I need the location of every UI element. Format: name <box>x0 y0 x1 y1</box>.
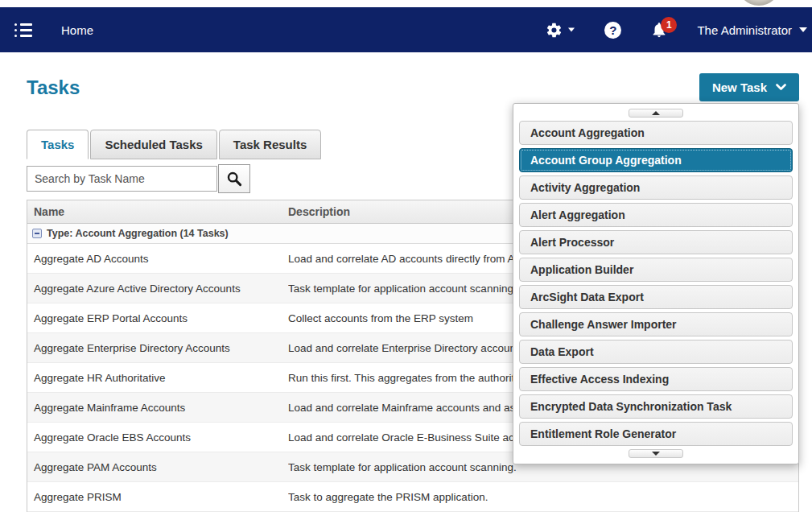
dropdown-item[interactable]: Entitlement Role Generator <box>519 422 793 446</box>
scroll-down-button[interactable] <box>629 449 683 458</box>
new-task-label: New Task <box>712 80 767 94</box>
dropdown-item[interactable]: Activity Aggregation <box>519 175 793 200</box>
search-button[interactable] <box>218 164 250 193</box>
nav-home-link[interactable]: Home <box>61 23 93 37</box>
group-header-label: Type: Account Aggregation (14 Tasks) <box>47 228 229 239</box>
settings-menu-button[interactable] <box>546 22 575 39</box>
user-menu-button[interactable]: The Administrator <box>697 23 807 37</box>
tab-label: Task Results <box>233 138 307 151</box>
tab[interactable]: Scheduled Tasks <box>90 130 216 159</box>
task-name-cell: Aggregate ERP Portal Accounts <box>27 312 288 324</box>
task-name-cell: Aggregate Oracle EBS Accounts <box>27 431 288 444</box>
dropdown-item[interactable]: Alert Aggregation <box>519 203 793 227</box>
page-title: Tasks <box>27 76 80 99</box>
dropdown-item[interactable]: Alert Processor <box>519 230 793 254</box>
search-input[interactable] <box>27 166 217 192</box>
tab[interactable]: Task Results <box>219 130 321 159</box>
gear-icon <box>546 22 563 39</box>
dropdown-item-label: Activity Aggregation <box>530 181 640 194</box>
dropdown-item-label: ArcSight Data Export <box>530 291 644 303</box>
dropdown-item-label: Application Builder <box>530 263 633 276</box>
dropdown-item[interactable]: Data Export <box>519 340 793 364</box>
dropdown-item[interactable]: Application Builder <box>519 258 793 282</box>
dropdown-item[interactable]: Effective Access Indexing <box>519 367 793 391</box>
chevron-down-icon <box>776 84 786 91</box>
dropdown-item-list: Account AggregationAccount Group Aggrega… <box>519 121 793 446</box>
task-name-cell: Aggregate Mainframe Accounts <box>27 402 288 414</box>
task-name-cell: Aggregate PAM Accounts <box>27 461 288 473</box>
dropdown-item[interactable]: ArcSight Data Export <box>519 285 793 309</box>
tab-label: Tasks <box>41 138 74 151</box>
dropdown-item-label: Alert Processor <box>530 236 614 249</box>
notification-badge: 1 <box>661 17 677 33</box>
triangle-down-icon <box>652 452 660 456</box>
scroll-up-button[interactable] <box>629 109 683 118</box>
search-icon <box>226 171 242 187</box>
dropdown-item[interactable]: Challenge Answer Importer <box>519 312 793 336</box>
new-task-dropdown: Account AggregationAccount Group Aggrega… <box>513 103 799 464</box>
chevron-down-icon <box>568 28 575 32</box>
tab[interactable]: Tasks <box>27 130 89 159</box>
task-name-cell: Aggregate Enterprise Directory Accounts <box>27 342 288 354</box>
table-row[interactable]: Aggregate PRISM Task to aggregate the PR… <box>27 482 798 512</box>
dropdown-item-label: Account Aggregation <box>530 126 645 139</box>
task-description-cell: Task to aggregate the PRISM application. <box>288 491 798 503</box>
dropdown-item[interactable]: Account Aggregation <box>519 121 793 145</box>
task-name-cell: Aggregate AD Accounts <box>27 253 288 265</box>
tab-label: Scheduled Tasks <box>105 138 202 151</box>
user-name-label: The Administrator <box>697 23 792 37</box>
dropdown-item[interactable]: Account Group Aggregation <box>519 148 793 172</box>
triangle-up-icon <box>652 111 660 115</box>
dropdown-item-label: Data Export <box>530 345 594 358</box>
dropdown-item-label: Effective Access Indexing <box>530 373 669 386</box>
notifications-button[interactable]: 1 <box>650 21 668 39</box>
task-name-cell: Aggregate PRISM <box>27 491 288 503</box>
collapse-icon[interactable] <box>32 229 42 238</box>
dropdown-item-label: Alert Aggregation <box>530 208 625 221</box>
dropdown-item[interactable]: Encrypted Data Synchronization Task <box>519 394 793 419</box>
column-header-name[interactable]: Name <box>27 205 288 218</box>
dropdown-item-label: Encrypted Data Synchronization Task <box>530 400 732 413</box>
chevron-down-icon <box>799 27 807 32</box>
top-navbar: Home ? 1 The Administrator <box>0 7 812 52</box>
help-icon[interactable]: ? <box>604 22 621 39</box>
menu-list-icon[interactable] <box>14 23 32 37</box>
new-task-button[interactable]: New Task <box>699 73 799 101</box>
avatar <box>737 0 781 6</box>
dropdown-item-label: Challenge Answer Importer <box>530 318 677 331</box>
dropdown-item-label: Entitlement Role Generator <box>530 427 676 440</box>
dropdown-item-label: Account Group Aggregation <box>530 154 682 167</box>
task-name-cell: Aggregate Azure Active Directory Account… <box>27 283 288 295</box>
task-name-cell: Aggregate HR Authoritative <box>27 372 288 384</box>
